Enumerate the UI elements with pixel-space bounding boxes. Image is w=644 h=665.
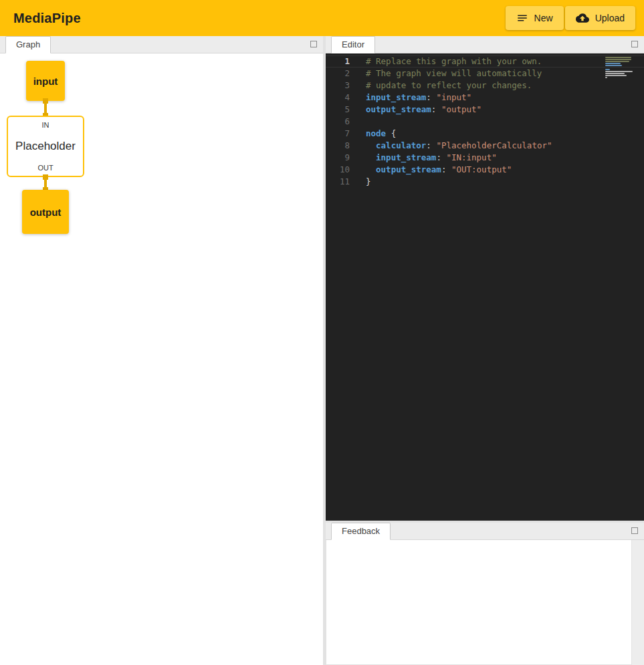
line-content: output_stream: "output" xyxy=(350,104,481,116)
minimap-line xyxy=(605,63,621,64)
code-line[interactable]: 3# update to reflect your changes. xyxy=(326,80,644,92)
code-line[interactable]: 6 xyxy=(326,116,644,128)
placeholder-node-title: Placeholder xyxy=(15,140,76,153)
code-token: calculator xyxy=(376,140,426,150)
code-token: : xyxy=(426,140,436,150)
code-line[interactable]: 9 input_stream: "IN:input" xyxy=(326,152,644,164)
workspace: Graph input IN Placeholder OUT output xyxy=(0,36,644,665)
line-number: 10 xyxy=(326,164,350,176)
feedback-panel-header: Feedback xyxy=(326,523,644,540)
minimap-line xyxy=(605,69,610,70)
graph-node-output-label: output xyxy=(30,207,62,218)
editor-panel-header: Editor xyxy=(326,36,644,53)
line-content: } xyxy=(350,176,371,188)
line-number: 2 xyxy=(326,68,350,80)
code-token: # The graph view will automatically xyxy=(366,68,542,78)
code-editor[interactable]: 1# Replace this graph with your own.2# T… xyxy=(326,53,644,521)
tab-graph[interactable]: Graph xyxy=(5,36,51,53)
graph-canvas[interactable]: input IN Placeholder OUT output xyxy=(0,53,323,665)
placeholder-in-port-label: IN xyxy=(42,121,49,129)
code-token: input_stream xyxy=(376,152,436,162)
topbar: MediaPipe New Upload xyxy=(0,0,644,36)
line-content: node { xyxy=(350,128,396,140)
line-content: # Replace this graph with your own. xyxy=(350,55,542,68)
code-token: # Replace this graph with your own. xyxy=(366,56,542,66)
line-content: # update to reflect your changes. xyxy=(350,80,532,92)
code-token: "PlaceholderCalculator" xyxy=(436,140,552,150)
code-token xyxy=(366,140,376,150)
placeholder-out-port-label: OUT xyxy=(37,164,53,172)
code-line[interactable]: 11} xyxy=(326,176,644,188)
upload-button-label: Upload xyxy=(595,13,625,23)
code-token: "input" xyxy=(436,92,471,102)
line-content: calculator: "PlaceholderCalculator" xyxy=(350,140,552,152)
right-column: Editor 1# Replace this graph with your o… xyxy=(326,36,644,665)
topbar-actions: New Upload xyxy=(506,6,635,30)
code-token: "IN:input" xyxy=(446,152,496,162)
code-token: : xyxy=(426,92,436,102)
line-number: 1 xyxy=(326,55,350,68)
code-token xyxy=(366,152,376,162)
code-token: output_stream xyxy=(366,104,431,114)
upload-cloud-icon xyxy=(576,11,589,25)
line-content: input_stream: "IN:input" xyxy=(350,152,497,164)
minimap-line xyxy=(605,57,631,58)
minimap-line xyxy=(605,61,629,62)
code-line[interactable]: 7node { xyxy=(326,128,644,140)
line-number: 5 xyxy=(326,104,350,116)
code-lines: 1# Replace this graph with your own.2# T… xyxy=(326,55,644,188)
graph-node-placeholder[interactable]: IN Placeholder OUT xyxy=(7,116,84,177)
new-list-icon xyxy=(516,12,528,24)
code-token: : xyxy=(441,164,451,174)
code-token: "output" xyxy=(441,104,481,114)
code-line[interactable]: 1# Replace this graph with your own. xyxy=(326,55,644,68)
editor-panel: Editor 1# Replace this graph with your o… xyxy=(326,36,644,521)
feedback-panel: Feedback xyxy=(326,523,644,665)
feedback-maximize-icon[interactable] xyxy=(631,527,638,534)
minimap-line xyxy=(605,71,633,72)
code-line[interactable]: 5output_stream: "output" xyxy=(326,104,644,116)
code-token: "OUT:output" xyxy=(451,164,512,174)
code-token: : xyxy=(436,152,446,162)
tab-feedback[interactable]: Feedback xyxy=(331,523,391,540)
editor-minimap[interactable] xyxy=(605,57,633,79)
code-line[interactable]: 2# The graph view will automatically xyxy=(326,68,644,80)
feedback-body xyxy=(326,540,644,665)
code-token xyxy=(366,164,376,174)
minimap-line xyxy=(605,75,627,76)
code-token: node xyxy=(366,128,386,138)
code-token: input_stream xyxy=(366,92,426,102)
graph-node-output[interactable]: output xyxy=(22,190,69,234)
line-number: 3 xyxy=(326,80,350,92)
app-title: MediaPipe xyxy=(13,11,81,26)
line-number: 6 xyxy=(326,116,350,128)
code-line[interactable]: 8 calculator: "PlaceholderCalculator" xyxy=(326,140,644,152)
line-number: 11 xyxy=(326,176,350,188)
tab-editor[interactable]: Editor xyxy=(331,36,375,53)
editor-maximize-icon[interactable] xyxy=(631,41,638,47)
line-number: 4 xyxy=(326,92,350,104)
line-number: 9 xyxy=(326,152,350,164)
minimap-line xyxy=(605,59,631,60)
line-content: output_stream: "OUT:output" xyxy=(350,164,512,176)
code-line[interactable]: 10 output_stream: "OUT:output" xyxy=(326,164,644,176)
graph-node-input-label: input xyxy=(33,76,58,87)
line-content: # The graph view will automatically xyxy=(350,68,542,80)
graph-node-input[interactable]: input xyxy=(26,61,65,101)
code-line[interactable]: 4input_stream: "input" xyxy=(326,92,644,104)
code-token: } xyxy=(366,176,371,186)
line-number: 8 xyxy=(326,140,350,152)
line-content xyxy=(350,116,366,128)
code-token: # update to reflect your changes. xyxy=(366,80,532,90)
graph-maximize-icon[interactable] xyxy=(310,41,317,47)
new-button[interactable]: New xyxy=(506,6,564,30)
upload-button[interactable]: Upload xyxy=(565,6,635,30)
line-content: input_stream: "input" xyxy=(350,92,471,104)
line-number: 7 xyxy=(326,128,350,140)
new-button-label: New xyxy=(534,13,553,23)
feedback-content xyxy=(326,540,632,665)
minimap-line xyxy=(605,65,622,66)
minimap-line xyxy=(605,77,607,78)
code-token: : xyxy=(431,104,441,114)
minimap-line xyxy=(605,73,625,74)
